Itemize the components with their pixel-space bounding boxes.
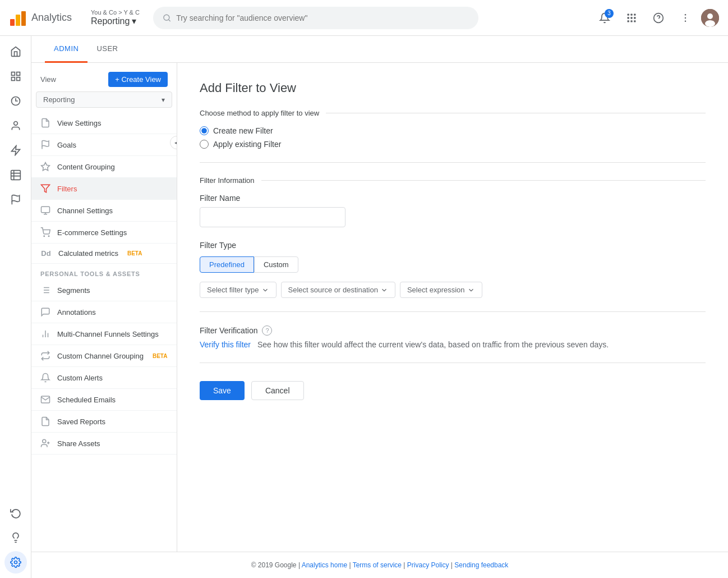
- analytics-logo-icon: [9, 9, 27, 27]
- nav-item-label: Channel Settings: [57, 207, 113, 215]
- sidebar-home-icon[interactable]: [4, 40, 27, 63]
- method-section: Choose method to apply filter to view Cr…: [200, 109, 706, 149]
- sidebar-bulb-icon[interactable]: [4, 526, 27, 549]
- nav-item-channel-settings[interactable]: Channel Settings: [31, 200, 177, 222]
- swap-icon: [40, 351, 50, 361]
- search-bar[interactable]: [153, 7, 478, 29]
- bar-chart-icon: [40, 329, 50, 339]
- nav-item-multichannel[interactable]: Multi-Channel Funnels Settings: [31, 323, 177, 345]
- svg-rect-23: [11, 77, 15, 81]
- sidebar-lightning-icon[interactable]: [4, 139, 27, 162]
- sidebar-dashboard-icon[interactable]: [4, 65, 27, 88]
- divider-3: [200, 363, 706, 363]
- svg-rect-5: [630, 13, 632, 15]
- chevron-down-icon-2: [380, 286, 388, 294]
- privacy-policy-link[interactable]: Privacy Policy: [407, 561, 449, 569]
- sending-feedback-link[interactable]: Sending feedback: [454, 561, 508, 569]
- source-destination-dropdown[interactable]: Select source or destination: [281, 282, 395, 298]
- sidebar-settings-icon[interactable]: [4, 551, 27, 574]
- nav-item-label: Scheduled Emails: [57, 396, 116, 404]
- nav-item-goals[interactable]: Goals: [31, 134, 177, 156]
- svg-point-39: [44, 236, 45, 237]
- breadcrumb-dropdown[interactable]: Reporting ▾: [91, 16, 140, 26]
- analytics-home-link[interactable]: Analytics home: [302, 561, 347, 569]
- filter-type-section: Filter Type Predefined Custom Select fil…: [200, 241, 706, 298]
- radio-create-new[interactable]: Create new Filter: [200, 126, 706, 135]
- user-avatar[interactable]: [701, 9, 719, 27]
- svg-rect-36: [42, 207, 50, 213]
- cancel-button[interactable]: Cancel: [251, 381, 304, 400]
- svg-point-19: [707, 13, 713, 19]
- radio-create-new-input[interactable]: [200, 126, 209, 135]
- nav-item-calculated-metrics[interactable]: Dd Calculated metrics BETA: [31, 244, 177, 264]
- nav-item-custom-channel[interactable]: Custom Channel Grouping BETA: [31, 345, 177, 367]
- sidebar-person-icon[interactable]: [4, 114, 27, 137]
- help-circle-icon[interactable]: ?: [262, 325, 272, 336]
- svg-rect-28: [11, 171, 20, 180]
- svg-rect-11: [630, 20, 632, 22]
- tab-admin[interactable]: ADMIN: [45, 36, 87, 63]
- nav-item-label: Segments: [57, 286, 90, 295]
- verify-filter-link[interactable]: Verify this filter: [200, 340, 251, 349]
- avatar-icon: [701, 9, 719, 27]
- svg-rect-8: [630, 17, 632, 19]
- nav-item-share-assets[interactable]: Share Assets: [31, 433, 177, 455]
- breadcrumb-nav: You & Co > Y & C Reporting ▾: [91, 9, 140, 26]
- radio-apply-existing-input[interactable]: [200, 140, 209, 149]
- nav-item-segments[interactable]: Segments: [31, 279, 177, 301]
- filter-verification-label: Filter Verification: [200, 326, 257, 335]
- help-button[interactable]: [647, 7, 670, 29]
- radio-apply-existing-label: Apply existing Filter: [213, 140, 281, 149]
- verification-header: Filter Verification ?: [200, 325, 706, 336]
- notifications-button[interactable]: 3: [593, 7, 616, 29]
- expression-dropdown[interactable]: Select expression: [400, 282, 482, 298]
- chevron-down-icon: ▾: [162, 96, 165, 104]
- svg-rect-10: [628, 20, 629, 22]
- nav-dropdown-row[interactable]: Reporting ▾: [36, 91, 172, 108]
- nav-item-annotations[interactable]: Annotations: [31, 301, 177, 323]
- save-button[interactable]: Save: [200, 381, 245, 400]
- nav-item-label: View Settings: [57, 119, 102, 127]
- nav-item-view-settings[interactable]: View Settings: [31, 112, 177, 134]
- sidebar-table-icon[interactable]: [4, 164, 27, 186]
- svg-rect-2: [21, 11, 26, 26]
- nav-item-custom-alerts[interactable]: Custom Alerts: [31, 367, 177, 389]
- nav-item-content-grouping[interactable]: Content Grouping: [31, 156, 177, 178]
- dd-icon: Dd: [40, 249, 52, 258]
- nav-item-label: Filters: [57, 185, 77, 193]
- verification-description: See how this filter would affect the cur…: [257, 340, 609, 349]
- radio-apply-existing[interactable]: Apply existing Filter: [200, 140, 706, 149]
- nav-item-ecommerce[interactable]: E-commerce Settings: [31, 222, 177, 244]
- create-view-button[interactable]: + Create View: [108, 72, 168, 87]
- content-grouping-icon: [40, 162, 50, 172]
- svg-marker-34: [42, 163, 50, 171]
- settings-doc-icon: [40, 118, 50, 128]
- annotations-icon: [40, 307, 50, 317]
- choose-method-label: Choose method to apply filter to view: [200, 109, 319, 117]
- custom-button[interactable]: Custom: [254, 256, 298, 273]
- search-input[interactable]: [176, 13, 469, 22]
- svg-rect-21: [11, 72, 15, 76]
- sidebar-recycle-icon[interactable]: [4, 502, 27, 524]
- nav-item-label: E-commerce Settings: [57, 228, 127, 237]
- filter-name-input[interactable]: [200, 207, 345, 227]
- predefined-button[interactable]: Predefined: [200, 256, 254, 273]
- sidebar-clock-icon[interactable]: [4, 90, 27, 112]
- tab-user[interactable]: USER: [87, 36, 127, 63]
- divider-2: [200, 311, 706, 312]
- sidebar-flag-icon[interactable]: [4, 189, 27, 211]
- filter-name-label: Filter Name: [200, 194, 706, 203]
- nav-item-scheduled-emails[interactable]: Scheduled Emails: [31, 389, 177, 411]
- svg-rect-24: [16, 77, 20, 81]
- more-button[interactable]: [674, 7, 697, 29]
- svg-rect-1: [16, 15, 20, 26]
- terms-of-service-link[interactable]: Terms of service: [353, 561, 402, 569]
- nav-item-label: Share Assets: [57, 439, 100, 448]
- svg-point-32: [14, 561, 17, 564]
- nav-item-filters[interactable]: Filters: [31, 178, 177, 200]
- nav-item-saved-reports[interactable]: Saved Reports: [31, 411, 177, 433]
- filter-type-dropdown[interactable]: Select filter type: [200, 282, 277, 298]
- left-sidebar: [0, 36, 31, 578]
- svg-point-16: [685, 17, 686, 19]
- apps-button[interactable]: [620, 7, 643, 29]
